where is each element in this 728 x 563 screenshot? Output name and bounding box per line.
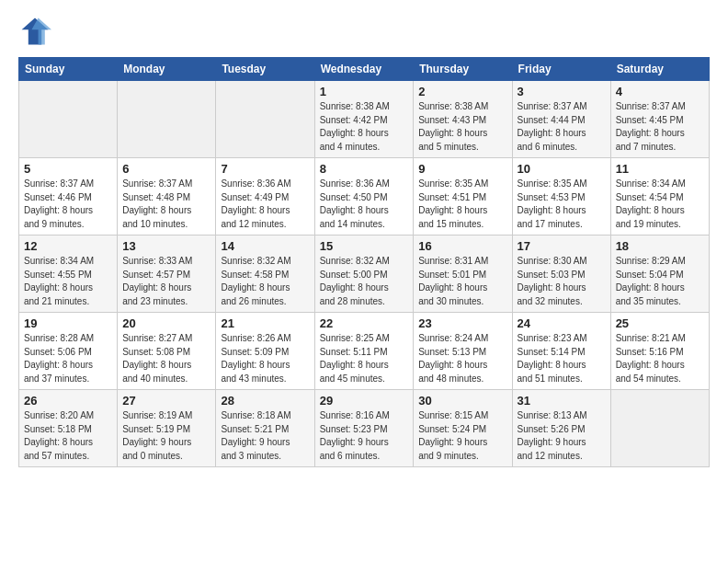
day-number: 8	[320, 162, 409, 176]
day-info: Sunrise: 8:32 AM Sunset: 4:58 PM Dayligh…	[221, 255, 309, 308]
calendar-cell: 30Sunrise: 8:15 AM Sunset: 5:24 PM Dayli…	[414, 390, 512, 467]
day-info: Sunrise: 8:30 AM Sunset: 5:03 PM Dayligh…	[518, 255, 606, 308]
day-number: 26	[24, 394, 112, 408]
day-number: 9	[418, 162, 506, 176]
calendar-cell: 21Sunrise: 8:26 AM Sunset: 5:09 PM Dayli…	[216, 313, 314, 390]
day-number: 29	[320, 394, 409, 408]
calendar-cell: 10Sunrise: 8:35 AM Sunset: 4:53 PM Dayli…	[512, 158, 610, 236]
calendar-cell: 14Sunrise: 8:32 AM Sunset: 4:58 PM Dayli…	[216, 236, 314, 313]
calendar-cell: 2Sunrise: 8:38 AM Sunset: 4:43 PM Daylig…	[414, 81, 512, 158]
day-info: Sunrise: 8:18 AM Sunset: 5:21 PM Dayligh…	[221, 409, 309, 463]
day-number: 21	[221, 316, 309, 330]
calendar-week-row: 26Sunrise: 8:20 AM Sunset: 5:18 PM Dayli…	[19, 390, 710, 467]
day-number: 4	[616, 85, 704, 98]
calendar-cell: 28Sunrise: 8:18 AM Sunset: 5:21 PM Dayli…	[216, 390, 314, 467]
calendar-table: SundayMondayTuesdayWednesdayThursdayFrid…	[18, 57, 710, 467]
calendar-cell: 3Sunrise: 8:37 AM Sunset: 4:44 PM Daylig…	[512, 81, 610, 158]
day-number: 31	[518, 394, 606, 408]
day-info: Sunrise: 8:24 AM Sunset: 5:13 PM Dayligh…	[418, 332, 506, 385]
weekday-header: Monday	[118, 58, 216, 81]
calendar-cell: 22Sunrise: 8:25 AM Sunset: 5:11 PM Dayli…	[314, 313, 414, 390]
calendar-week-row: 5Sunrise: 8:37 AM Sunset: 4:46 PM Daylig…	[19, 158, 710, 236]
day-number: 24	[518, 316, 606, 330]
day-number: 7	[221, 162, 309, 176]
day-number: 27	[122, 394, 210, 408]
calendar-cell: 17Sunrise: 8:30 AM Sunset: 5:03 PM Dayli…	[512, 236, 610, 313]
calendar-cell: 4Sunrise: 8:37 AM Sunset: 4:45 PM Daylig…	[610, 81, 709, 158]
calendar-cell: 6Sunrise: 8:37 AM Sunset: 4:48 PM Daylig…	[118, 158, 216, 236]
day-info: Sunrise: 8:19 AM Sunset: 5:19 PM Dayligh…	[122, 409, 210, 463]
day-info: Sunrise: 8:15 AM Sunset: 5:24 PM Dayligh…	[418, 409, 506, 463]
calendar-header-row: SundayMondayTuesdayWednesdayThursdayFrid…	[19, 58, 710, 81]
day-info: Sunrise: 8:23 AM Sunset: 5:14 PM Dayligh…	[518, 332, 606, 385]
day-number: 10	[518, 162, 606, 176]
day-number: 17	[518, 239, 606, 253]
day-info: Sunrise: 8:36 AM Sunset: 4:50 PM Dayligh…	[320, 178, 409, 231]
calendar-cell: 16Sunrise: 8:31 AM Sunset: 5:01 PM Dayli…	[414, 236, 512, 313]
calendar-cell: 31Sunrise: 8:13 AM Sunset: 5:26 PM Dayli…	[512, 390, 610, 467]
calendar-cell: 7Sunrise: 8:36 AM Sunset: 4:49 PM Daylig…	[216, 158, 314, 236]
day-info: Sunrise: 8:38 AM Sunset: 4:43 PM Dayligh…	[418, 100, 506, 154]
day-number: 16	[418, 239, 506, 253]
logo-icon	[18, 15, 51, 48]
weekday-header: Tuesday	[216, 58, 314, 81]
day-info: Sunrise: 8:38 AM Sunset: 4:42 PM Dayligh…	[320, 100, 409, 154]
day-info: Sunrise: 8:28 AM Sunset: 5:06 PM Dayligh…	[24, 332, 112, 385]
calendar-cell: 19Sunrise: 8:28 AM Sunset: 5:06 PM Dayli…	[19, 313, 118, 390]
day-number: 18	[616, 239, 704, 253]
day-number: 25	[616, 316, 704, 330]
day-number: 28	[221, 394, 309, 408]
day-number: 19	[24, 316, 112, 330]
day-info: Sunrise: 8:29 AM Sunset: 5:04 PM Dayligh…	[616, 255, 704, 308]
calendar-cell	[19, 81, 118, 158]
day-info: Sunrise: 8:35 AM Sunset: 4:53 PM Dayligh…	[518, 178, 606, 231]
day-number: 11	[616, 162, 704, 176]
calendar-cell: 8Sunrise: 8:36 AM Sunset: 4:50 PM Daylig…	[314, 158, 414, 236]
calendar-cell	[216, 81, 314, 158]
day-info: Sunrise: 8:35 AM Sunset: 4:51 PM Dayligh…	[418, 178, 506, 231]
calendar-week-row: 12Sunrise: 8:34 AM Sunset: 4:55 PM Dayli…	[19, 236, 710, 313]
day-info: Sunrise: 8:37 AM Sunset: 4:44 PM Dayligh…	[518, 100, 606, 154]
day-info: Sunrise: 8:16 AM Sunset: 5:23 PM Dayligh…	[320, 409, 409, 463]
calendar-cell	[118, 81, 216, 158]
day-number: 13	[122, 239, 210, 253]
calendar-week-row: 1Sunrise: 8:38 AM Sunset: 4:42 PM Daylig…	[19, 81, 710, 158]
day-info: Sunrise: 8:37 AM Sunset: 4:46 PM Dayligh…	[24, 178, 112, 231]
day-number: 3	[518, 85, 606, 98]
day-info: Sunrise: 8:25 AM Sunset: 5:11 PM Dayligh…	[320, 332, 409, 385]
day-number: 22	[320, 316, 409, 330]
day-info: Sunrise: 8:32 AM Sunset: 5:00 PM Dayligh…	[320, 255, 409, 308]
calendar-cell: 15Sunrise: 8:32 AM Sunset: 5:00 PM Dayli…	[314, 236, 414, 313]
day-number: 14	[221, 239, 309, 253]
page-header	[18, 15, 710, 48]
calendar-cell: 1Sunrise: 8:38 AM Sunset: 4:42 PM Daylig…	[314, 81, 414, 158]
day-number: 30	[418, 394, 506, 408]
calendar-cell: 18Sunrise: 8:29 AM Sunset: 5:04 PM Dayli…	[610, 236, 709, 313]
day-number: 12	[24, 239, 112, 253]
weekday-header: Wednesday	[314, 58, 414, 81]
calendar-cell	[610, 390, 709, 467]
calendar-cell: 27Sunrise: 8:19 AM Sunset: 5:19 PM Dayli…	[118, 390, 216, 467]
day-info: Sunrise: 8:34 AM Sunset: 4:55 PM Dayligh…	[24, 255, 112, 308]
calendar-cell: 25Sunrise: 8:21 AM Sunset: 5:16 PM Dayli…	[610, 313, 709, 390]
weekday-header: Saturday	[610, 58, 709, 81]
day-info: Sunrise: 8:36 AM Sunset: 4:49 PM Dayligh…	[221, 178, 309, 231]
day-number: 15	[320, 239, 409, 253]
day-info: Sunrise: 8:33 AM Sunset: 4:57 PM Dayligh…	[122, 255, 210, 308]
calendar-cell: 12Sunrise: 8:34 AM Sunset: 4:55 PM Dayli…	[19, 236, 118, 313]
day-number: 6	[122, 162, 210, 176]
calendar-cell: 29Sunrise: 8:16 AM Sunset: 5:23 PM Dayli…	[314, 390, 414, 467]
day-number: 2	[418, 85, 506, 98]
day-info: Sunrise: 8:31 AM Sunset: 5:01 PM Dayligh…	[418, 255, 506, 308]
calendar-cell: 20Sunrise: 8:27 AM Sunset: 5:08 PM Dayli…	[118, 313, 216, 390]
day-info: Sunrise: 8:13 AM Sunset: 5:26 PM Dayligh…	[518, 409, 606, 463]
day-info: Sunrise: 8:34 AM Sunset: 4:54 PM Dayligh…	[616, 178, 704, 231]
calendar-cell: 26Sunrise: 8:20 AM Sunset: 5:18 PM Dayli…	[19, 390, 118, 467]
calendar-cell: 11Sunrise: 8:34 AM Sunset: 4:54 PM Dayli…	[610, 158, 709, 236]
weekday-header: Sunday	[19, 58, 118, 81]
day-number: 23	[418, 316, 506, 330]
calendar-cell: 23Sunrise: 8:24 AM Sunset: 5:13 PM Dayli…	[414, 313, 512, 390]
day-number: 1	[320, 85, 409, 98]
day-info: Sunrise: 8:37 AM Sunset: 4:45 PM Dayligh…	[616, 100, 704, 154]
calendar-cell: 24Sunrise: 8:23 AM Sunset: 5:14 PM Dayli…	[512, 313, 610, 390]
